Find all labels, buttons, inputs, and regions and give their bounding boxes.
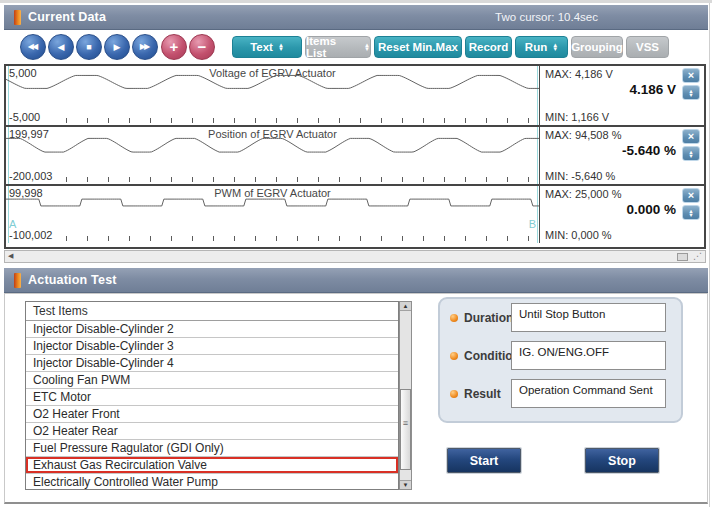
waveform	[6, 186, 539, 243]
test-info-panel: Duration Until Stop Button Conditions IG…	[438, 297, 683, 423]
min-value: MIN: -5,640 %	[545, 170, 615, 182]
horizontal-scrollbar[interactable]: ◀ ⋰	[4, 250, 706, 263]
list-item[interactable]: Injector Disable-Cylinder 4	[26, 355, 398, 372]
stop-button[interactable]: Stop	[585, 448, 659, 473]
record-button[interactable]: Record	[465, 36, 512, 58]
y-axis-min-label: -100,002	[9, 229, 52, 241]
time-ticks	[66, 236, 537, 241]
list-item[interactable]: ETC Motor	[26, 389, 398, 406]
spinner-icon: ▲▼	[552, 43, 558, 52]
current-value: 0.000 %	[626, 202, 676, 217]
cursor-b-label: B	[529, 218, 536, 230]
list-item[interactable]: O2 Heater Front	[26, 406, 398, 423]
conditions-value: IG. ON/ENG.OFF	[511, 341, 666, 370]
min-value: MIN: 0,000 %	[545, 229, 612, 241]
result-value: Operation Command Sent	[511, 379, 666, 408]
items-list-button[interactable]: Items List ▲▼	[305, 36, 371, 58]
app-window: Current Data Two cursor: 10.4sec ◀◀ ◀ ■ …	[0, 0, 712, 510]
list-scrollbar[interactable]: ▲ ≡ ▼	[399, 301, 412, 490]
play-button[interactable]: ▶	[104, 34, 130, 60]
panel-icon	[14, 273, 21, 288]
zoom-in-button[interactable]: +	[161, 34, 187, 60]
max-value: MAX: 4,186 V	[545, 68, 613, 80]
scale-updown-button[interactable]: ▲▼	[682, 146, 700, 161]
fast-forward-button[interactable]: ▶▶	[132, 34, 158, 60]
close-icon: ×	[688, 190, 694, 201]
waveform	[6, 66, 539, 125]
graph-plot: 5,000 Voltage of EGRV Actuator -5,000	[6, 66, 539, 125]
current-data-toolbar: ◀◀ ◀ ■ ▶ ▶▶ + − Text ▲▼ Items List ▲▼ Re…	[4, 30, 708, 64]
bullet-icon	[450, 314, 458, 322]
scroll-down-icon[interactable]: ▼	[400, 480, 411, 489]
y-axis-min-label: -200,003	[9, 170, 52, 182]
zoom-out-button[interactable]: −	[189, 34, 215, 60]
close-graph-button[interactable]: ×	[682, 68, 700, 83]
graph-strip-pwm: 99,998 PWM of EGRV Actuator A B -100,002…	[6, 184, 704, 243]
list-item[interactable]: Fuel Pressure Ragulator (GDI Only)	[26, 440, 398, 457]
spinner-icon: ▲▼	[364, 43, 370, 52]
close-graph-button[interactable]: ×	[682, 129, 700, 144]
step-back-button[interactable]: ◀	[48, 34, 74, 60]
graph-area: 5,000 Voltage of EGRV Actuator -5,000 MA…	[4, 64, 706, 249]
list-item[interactable]: Electrically Controlled Water Pump	[26, 474, 398, 490]
scroll-up-icon[interactable]: ▲	[400, 302, 411, 311]
test-items-list: Test Items Injector Disable-Cylinder 2 I…	[25, 301, 399, 490]
close-icon: ×	[688, 131, 694, 142]
spinner-icon: ▲▼	[278, 43, 284, 52]
duration-label: Duration	[450, 311, 513, 325]
scrollbar-thumb[interactable]: ≡	[400, 389, 411, 470]
stop-playback-button[interactable]: ■	[76, 34, 102, 60]
graph-plot: 199,997 Position of EGRV Actuator -200,0…	[6, 127, 539, 184]
current-data-titlebar: Current Data Two cursor: 10.4sec	[4, 5, 708, 30]
graph-strip-voltage: 5,000 Voltage of EGRV Actuator -5,000 MA…	[6, 66, 704, 125]
run-button[interactable]: Run ▲▼	[515, 36, 568, 58]
panel-title: Actuation Test	[28, 273, 117, 287]
duration-value: Until Stop Button	[511, 303, 666, 332]
scale-updown-button[interactable]: ▲▼	[682, 205, 700, 220]
result-label: Result	[450, 387, 501, 401]
time-ticks	[66, 118, 537, 123]
list-header: Test Items	[26, 302, 398, 321]
list-item[interactable]: O2 Heater Rear	[26, 423, 398, 440]
min-value: MIN: 1,166 V	[545, 111, 609, 123]
bullet-icon	[450, 352, 458, 360]
thumb-grip-icon: ≡	[401, 418, 410, 428]
close-icon: ×	[688, 70, 694, 81]
graph-values: MAX: 94,508 % -5.640 % MIN: -5,640 %	[539, 127, 680, 184]
resize-handle-icon[interactable]: ⋰	[693, 251, 702, 261]
max-value: MAX: 25,000 %	[545, 188, 621, 200]
graph-buttons: × ▲▼	[680, 127, 704, 184]
grouping-button[interactable]: Grouping	[571, 36, 623, 58]
panel-title: Current Data	[28, 10, 106, 24]
scroll-left-icon[interactable]: ◀	[8, 252, 13, 260]
start-button[interactable]: Start	[447, 448, 521, 473]
down-arrow-icon: ▼	[688, 93, 693, 97]
list-item[interactable]: Injector Disable-Cylinder 2	[26, 321, 398, 338]
waveform	[6, 127, 539, 184]
graph-values: MAX: 25,000 % 0.000 % MIN: 0,000 %	[539, 186, 680, 243]
list-item[interactable]: Injector Disable-Cylinder 3	[26, 338, 398, 355]
window-top-edge	[0, 0, 712, 3]
reset-minmax-button[interactable]: Reset Min.Max	[374, 36, 462, 58]
list-item[interactable]: Cooling Fan PWM	[26, 372, 398, 389]
current-value: 4.186 V	[629, 82, 676, 97]
down-arrow-icon: ▼	[688, 154, 693, 158]
window-right-edge	[709, 3, 710, 507]
rewind-button[interactable]: ◀◀	[20, 34, 46, 60]
list-item-selected[interactable]: Exhaust Gas Recirculation Valve	[26, 457, 398, 474]
time-ticks	[66, 177, 537, 182]
graph-values: MAX: 4,186 V 4.186 V MIN: 1,166 V	[539, 66, 680, 125]
text-mode-button[interactable]: Text ▲▼	[232, 36, 302, 58]
vss-button[interactable]: VSS	[626, 36, 669, 58]
scale-updown-button[interactable]: ▲▼	[682, 85, 700, 100]
graph-buttons: × ▲▼	[680, 66, 704, 125]
down-arrow-icon: ▼	[688, 213, 693, 217]
actuation-test-titlebar: Actuation Test	[4, 268, 708, 293]
close-graph-button[interactable]: ×	[682, 188, 700, 203]
bullet-icon	[450, 390, 458, 398]
panel-icon	[14, 10, 21, 25]
max-value: MAX: 94,508 %	[545, 129, 621, 141]
two-cursor-status: Two cursor: 10.4sec	[495, 11, 598, 23]
current-value: -5.640 %	[622, 143, 676, 158]
scrollbar-thumb[interactable]	[677, 253, 688, 261]
